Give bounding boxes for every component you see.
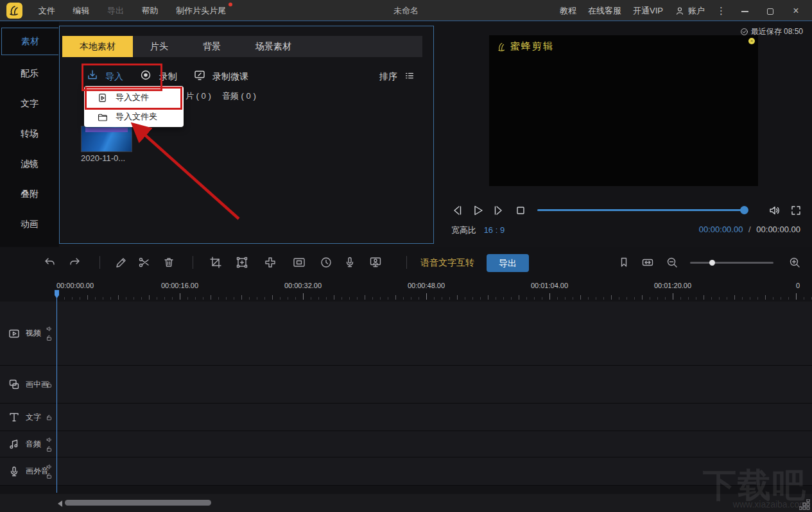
record-lesson-button[interactable]: 录制微课 <box>212 71 248 83</box>
media-thumbnail[interactable] <box>81 126 132 152</box>
track-voiceover[interactable]: 画外音 <box>0 457 812 486</box>
delete-trash-icon[interactable] <box>162 255 176 269</box>
timeline-zoom-slider[interactable] <box>690 262 773 264</box>
stop-button[interactable] <box>514 203 528 218</box>
ruler-label: 00:00:00.00 <box>56 282 94 289</box>
edit-pencil-icon[interactable] <box>114 255 128 269</box>
track-lock-icon[interactable] <box>46 414 53 421</box>
scroll-left-arrow[interactable] <box>58 500 62 507</box>
ruler-label: 00:01:20.00 <box>654 282 691 289</box>
time-separator: / <box>748 225 751 234</box>
aspect-label: 宽高比 <box>451 225 476 235</box>
zoom-slider-handle[interactable] <box>709 260 715 266</box>
aspect-ratio[interactable]: 宽高比 16 : 9 <box>451 225 505 236</box>
preview-seek-slider[interactable] <box>537 209 745 211</box>
current-time: 00:00:00.00 <box>699 225 743 234</box>
marker-flag-icon[interactable] <box>617 255 631 269</box>
menubar: 文件 编辑 导出 帮助 制作片头片尾 未命名 教程 在线客服 开通VIP 账户 … <box>0 0 812 21</box>
export-button[interactable]: 导出 <box>487 254 529 272</box>
speech-text-convert-button[interactable]: 语音文字互转 <box>420 257 474 269</box>
track-mute-icon[interactable] <box>46 325 53 332</box>
track-pip-head: 画中画 <box>0 366 56 403</box>
record-lesson-icon[interactable] <box>193 69 206 81</box>
watermark-close-icon[interactable]: × <box>748 38 755 44</box>
sidebar-item-filter[interactable]: 滤镜 <box>0 158 59 170</box>
track-video[interactable]: 视频 <box>0 302 812 366</box>
track-mute-icon[interactable] <box>46 463 53 470</box>
media-tabbar: 本地素材 片头 背景 场景素材 <box>62 36 422 57</box>
pip-track-icon <box>8 378 21 391</box>
ruler-label: 00:00:32.00 <box>284 282 322 289</box>
ruler-label: 00:00:16.00 <box>161 282 198 289</box>
track-lock-icon[interactable] <box>46 334 53 341</box>
track-video-label: 视频 <box>26 328 41 339</box>
next-frame-button[interactable] <box>491 203 505 218</box>
count-images-partial[interactable]: 片 ( 0 ) <box>186 90 211 102</box>
maximize-button[interactable] <box>763 6 777 16</box>
pixel-grid-icon <box>799 499 811 511</box>
cut-scissors-icon[interactable] <box>137 255 151 269</box>
track-audio-head: 音频 <box>0 431 56 457</box>
redo-icon[interactable] <box>68 255 82 269</box>
vip-link[interactable]: 开通VIP <box>633 5 663 17</box>
sidebar-item-animation[interactable]: 动画 <box>0 219 59 230</box>
media-thumbnail-name: 2020-11-0... <box>81 153 125 163</box>
bee-watermark-icon <box>496 41 507 53</box>
voiceover-mic-icon[interactable] <box>343 255 357 269</box>
track-lock-icon[interactable] <box>46 381 53 388</box>
account-link[interactable]: 账户 <box>675 5 705 17</box>
sort-button[interactable]: 排序 <box>379 71 397 83</box>
tab-intro[interactable]: 片头 <box>133 36 186 57</box>
track-pip[interactable]: 画中画 <box>0 366 812 404</box>
volume-icon[interactable] <box>767 203 781 218</box>
undo-icon[interactable] <box>42 255 56 269</box>
track-lock-icon[interactable] <box>46 472 53 479</box>
audio-track-icon <box>8 438 21 450</box>
video-preview: 蜜蜂剪辑 × <box>489 35 758 186</box>
fit-timeline-icon[interactable] <box>641 255 655 269</box>
tab-background[interactable]: 背景 <box>186 36 238 57</box>
horizontal-scrollbar-thumb[interactable] <box>65 500 211 506</box>
seek-handle[interactable] <box>740 206 748 214</box>
fullscreen-icon[interactable] <box>789 203 803 218</box>
track-mute-icon[interactable] <box>46 436 53 443</box>
sidebar-item-transition[interactable]: 转场 <box>0 128 59 140</box>
pip-icon[interactable] <box>292 255 306 269</box>
time-display: 00:00:00.00 / 00:00:00.00 <box>699 225 800 234</box>
track-audio[interactable]: 音频 <box>0 431 812 457</box>
minimize-button[interactable] <box>738 6 752 16</box>
sidebar-item-music[interactable]: 配乐 <box>0 68 59 80</box>
count-audio[interactable]: 音频 ( 0 ) <box>222 90 256 102</box>
presenter-icon[interactable] <box>368 255 383 269</box>
mosaic-icon[interactable] <box>263 255 277 269</box>
video-track-icon <box>8 327 21 340</box>
duration-clock-icon[interactable] <box>319 255 333 269</box>
tab-local-media[interactable]: 本地素材 <box>62 36 133 57</box>
sidebar-item-media[interactable]: 素材 <box>1 28 58 55</box>
track-text[interactable]: 文字 <box>0 404 812 431</box>
timeline-section: 语音文字互转 导出 00:00:00.00 00:00:16.00 00:00:… <box>0 247 812 512</box>
play-button[interactable] <box>471 203 485 218</box>
tutorial-link[interactable]: 教程 <box>560 5 576 17</box>
track-audio-label: 音频 <box>26 439 41 450</box>
toolbar-divider <box>406 256 407 269</box>
track-lock-icon[interactable] <box>46 445 53 452</box>
previous-frame-button[interactable] <box>451 203 465 218</box>
more-menu-icon[interactable]: ⋮ <box>716 5 726 17</box>
close-button[interactable]: × <box>789 5 803 17</box>
zoom-in-icon[interactable] <box>788 255 802 269</box>
sort-list-icon[interactable] <box>404 70 415 81</box>
timeline-ruler[interactable]: 00:00:00.00 00:00:16.00 00:00:32.00 00:0… <box>0 279 812 302</box>
dropdown-import-folder-label: 导入文件夹 <box>116 111 157 123</box>
tab-scene-media[interactable]: 场景素材 <box>238 36 309 57</box>
track-voiceover-head: 画外音 <box>0 457 56 485</box>
track-video-head: 视频 <box>0 302 56 365</box>
preview-panel: 最近保存 08:50 蜜蜂剪辑 × 宽高比 16 : 9 00:00:00. <box>434 22 812 247</box>
sidebar-item-overlay[interactable]: 叠附 <box>0 189 59 200</box>
zoom-region-icon[interactable] <box>235 255 249 269</box>
support-link[interactable]: 在线客服 <box>588 5 621 17</box>
crop-icon[interactable] <box>209 255 223 269</box>
zoom-out-icon[interactable] <box>665 255 679 269</box>
saved-status-label: 最近保存 08:50 <box>751 26 803 37</box>
sidebar-item-text[interactable]: 文字 <box>0 98 59 110</box>
